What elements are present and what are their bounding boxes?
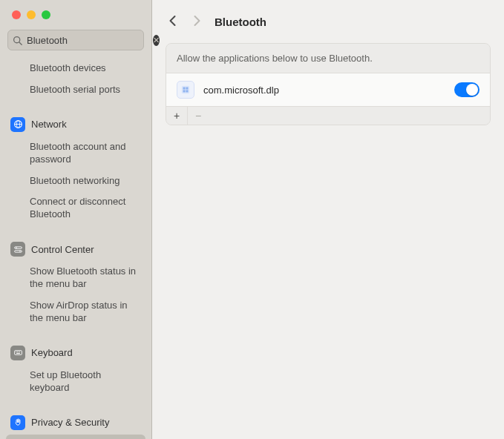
sidebar-section-control-center[interactable]: Control Center [0,237,151,261]
main-content: Bluetooth Allow the applications below t… [152,0,504,439]
remove-app-button[interactable]: − [187,107,209,125]
svg-rect-10 [16,353,20,354]
sidebar-section-keyboard[interactable]: Keyboard [0,341,151,365]
add-app-button[interactable]: + [166,107,187,125]
panel-description: Allow the applications below to use Blue… [166,44,490,73]
bluetooth-apps-panel: Allow the applications below to use Blue… [166,43,491,125]
svg-rect-5 [14,247,22,248]
app-icon [177,81,194,99]
sidebar-item-bluetooth-devices[interactable]: Bluetooth devices [0,58,151,79]
switches-icon [10,242,25,257]
sidebar-item-airdrop-menubar-status[interactable]: Show AirDrop status in the menu bar [0,295,151,329]
app-toggle[interactable] [454,82,480,97]
sidebar-item-bluetooth-serial-ports[interactable]: Bluetooth serial ports [0,79,151,101]
svg-rect-9 [14,351,22,355]
sidebar-results: Bluetooth devices Bluetooth serial ports… [0,58,151,439]
zoom-window-button[interactable] [42,10,50,19]
svg-rect-16 [182,86,190,94]
sidebar-item-bt-networking[interactable]: Bluetooth networking [0,171,151,192]
svg-rect-18 [186,88,188,90]
app-name-label: com.microsoft.dlp [203,85,445,96]
clear-search-icon[interactable]: ✕ [153,35,160,46]
sidebar-item-allow-apps-bluetooth[interactable]: Allow applications to access Bluetooth [6,435,145,439]
search-field[interactable]: ✕ [7,30,144,50]
sidebar-section-network[interactable]: Network [0,113,151,136]
svg-rect-14 [19,351,20,352]
svg-rect-19 [183,90,186,92]
keyboard-icon [10,346,25,360]
search-input[interactable] [25,34,153,47]
globe-icon [10,117,25,132]
back-button[interactable] [168,15,177,29]
svg-rect-13 [18,351,19,352]
sidebar-item-bt-menubar-status[interactable]: Show Bluetooth status in the menu bar [0,261,151,295]
sidebar-section-label: Network [31,119,67,130]
main-header: Bluetooth [152,0,504,40]
svg-rect-20 [186,90,188,92]
svg-rect-17 [183,88,186,90]
page-title: Bluetooth [215,16,266,28]
window-controls [0,0,151,30]
search-icon [13,36,22,45]
sidebar-section-label: Keyboard [31,347,73,358]
svg-point-6 [16,247,17,248]
forward-button[interactable] [193,15,201,29]
sidebar-section-privacy-security[interactable]: Privacy & Security [0,411,151,435]
sidebar-item-bt-connect-disconnect[interactable]: Connect or disconnect Bluetooth [0,191,151,225]
hand-icon [10,415,25,430]
svg-rect-7 [14,250,22,251]
svg-line-1 [19,42,22,44]
close-window-button[interactable] [12,10,21,19]
sidebar: ✕ Bluetooth devices Bluetooth serial por… [0,0,152,439]
panel-footer: + − [166,106,490,125]
sidebar-item-bt-account-password[interactable]: Bluetooth account and password [0,136,151,171]
app-row: com.microsoft.dlp [166,73,490,106]
svg-point-8 [19,251,21,252]
sidebar-section-label: Control Center [31,244,94,255]
svg-rect-12 [16,351,17,352]
svg-rect-11 [16,351,16,352]
sidebar-section-label: Privacy & Security [31,417,109,428]
sidebar-item-setup-bt-keyboard[interactable]: Set up Bluetooth keyboard [0,365,151,399]
minimize-window-button[interactable] [27,10,36,19]
